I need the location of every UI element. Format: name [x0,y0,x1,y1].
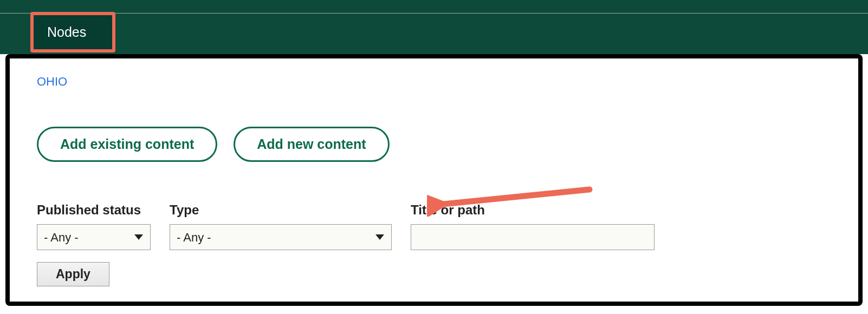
apply-button-label: Apply [56,267,90,281]
add-new-content-label: Add new content [257,136,366,152]
add-new-content-button[interactable]: Add new content [234,127,389,162]
add-existing-content-button[interactable]: Add existing content [37,127,217,162]
type-label: Type [170,202,392,218]
type-select-wrap: - Any - [170,224,392,250]
type-field: Type - Any - [170,202,392,250]
add-existing-content-label: Add existing content [60,136,194,152]
published-status-field: Published status - Any - [37,202,151,250]
tab-bar: Nodes [0,14,868,54]
published-status-select-wrap: - Any - [37,224,151,250]
published-status-select[interactable]: - Any - [37,224,151,250]
published-status-label: Published status [37,202,151,218]
title-or-path-input[interactable] [411,224,655,250]
filter-row: Published status - Any - Type - Any - Ti… [37,202,831,250]
tab-nodes-label: Nodes [47,24,86,40]
title-or-path-field: Title or path [411,202,655,250]
breadcrumb-ohio-label: OHIO [37,75,67,88]
breadcrumb-ohio[interactable]: OHIO [37,75,67,89]
type-select[interactable]: - Any - [170,224,392,250]
title-or-path-label: Title or path [411,202,655,218]
content-panel: OHIO Add existing content Add new conten… [5,54,863,306]
tab-nodes[interactable]: Nodes [30,12,115,53]
apply-button[interactable]: Apply [37,262,109,286]
action-button-row: Add existing content Add new content [37,127,831,162]
top-strip [0,0,868,14]
